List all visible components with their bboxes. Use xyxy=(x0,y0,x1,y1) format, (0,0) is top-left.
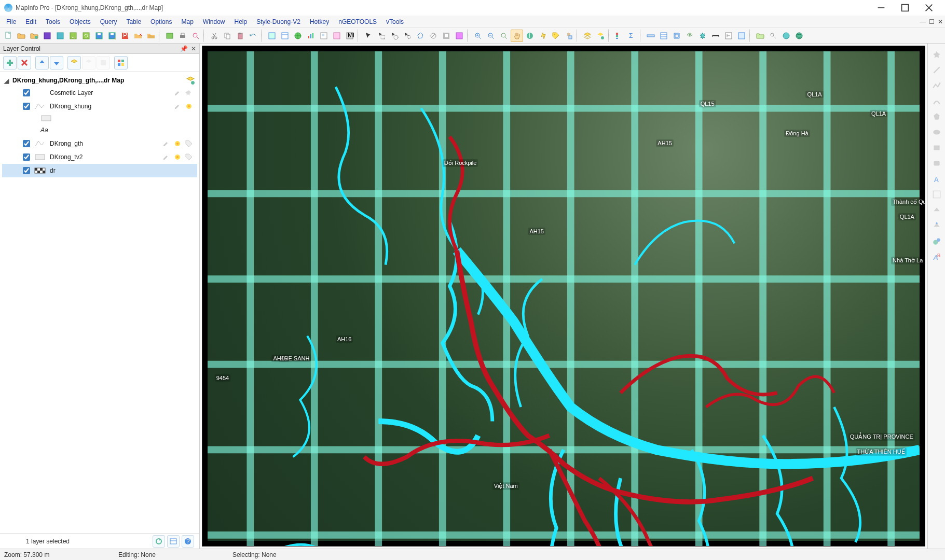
select-rect-icon[interactable] xyxy=(375,30,388,42)
layer-row-cosmetic[interactable]: Cosmetic Layer xyxy=(2,86,197,100)
add-layer-icon[interactable] xyxy=(3,56,17,69)
layer-visible-checkbox[interactable] xyxy=(23,103,30,110)
cut-icon[interactable] xyxy=(208,30,221,42)
menu-query[interactable]: Query xyxy=(96,17,121,26)
close-button[interactable] xyxy=(917,0,941,16)
window-globe-icon[interactable] xyxy=(292,30,304,42)
layer-editable-icon[interactable] xyxy=(162,139,170,148)
menu-options[interactable]: Options xyxy=(146,17,176,26)
map-canvas[interactable]: Đồi RockpileĐông HàThành cố QuNhà Thờ La… xyxy=(202,46,925,547)
window-mapbasic-icon[interactable]: MB xyxy=(344,30,356,42)
layer-visible-checkbox[interactable] xyxy=(23,140,30,147)
layer-row-gth[interactable]: DKrong_gth xyxy=(2,137,197,150)
menu-file[interactable]: File xyxy=(2,17,20,26)
mdi-max-icon[interactable]: ☐ xyxy=(929,18,935,25)
menu-window[interactable]: Window xyxy=(199,17,229,26)
layer-editable-icon[interactable] xyxy=(173,89,182,97)
open-univ-icon[interactable] xyxy=(67,30,79,42)
menu-map[interactable]: Map xyxy=(177,17,197,26)
status-editing[interactable]: Editing: None xyxy=(118,551,212,558)
menu-style-duong[interactable]: Style-Duong-V2 xyxy=(252,17,305,26)
save-workspace-icon[interactable] xyxy=(93,30,105,42)
menu-help[interactable]: Help xyxy=(230,17,252,26)
layer-tag-icon[interactable] xyxy=(185,153,193,161)
minimize-button[interactable] xyxy=(869,0,893,16)
rect-tool-icon[interactable] xyxy=(930,141,943,155)
ellipse-tool-icon[interactable] xyxy=(930,125,943,139)
layer-labels-icon[interactable] xyxy=(173,139,182,148)
select-poly-icon[interactable] xyxy=(401,30,414,42)
layer-options-icon[interactable] xyxy=(167,535,180,548)
legend-des-icon[interactable] xyxy=(735,30,748,42)
window-browser-icon[interactable] xyxy=(279,30,291,42)
line-tool-icon[interactable] xyxy=(930,63,943,77)
symstyle-tool-icon[interactable] xyxy=(930,234,943,248)
layer-style-icon[interactable] xyxy=(34,89,46,96)
find-sel-icon[interactable] xyxy=(189,30,202,42)
refresh-table-icon[interactable] xyxy=(80,30,92,42)
polyline-tool-icon[interactable] xyxy=(930,79,943,92)
legend-icon[interactable] xyxy=(613,30,625,42)
roundrect-tool-icon[interactable] xyxy=(930,157,943,170)
arc-tool-icon[interactable] xyxy=(930,94,943,108)
layer-style-icon[interactable] xyxy=(34,103,46,110)
symbol-tool-icon[interactable] xyxy=(930,48,943,61)
help-icon[interactable]: ? xyxy=(182,535,194,548)
export-pdf-icon[interactable]: PDF xyxy=(119,30,131,42)
clip-on-icon[interactable] xyxy=(683,30,696,42)
maximize-button[interactable] xyxy=(893,0,917,16)
label-props-icon[interactable] xyxy=(82,56,95,69)
clip-region-icon[interactable] xyxy=(670,30,683,42)
map-node-icon[interactable] xyxy=(186,76,195,85)
adorn-icon[interactable] xyxy=(696,30,709,42)
menu-vtools[interactable]: vTools xyxy=(382,17,408,26)
layer-editable-icon[interactable] xyxy=(162,153,170,161)
zoom-view-icon[interactable] xyxy=(498,30,510,42)
layer-visible-checkbox[interactable] xyxy=(23,89,30,96)
textstyle-tool-icon[interactable]: Aa xyxy=(930,250,943,263)
remove-layer-icon[interactable] xyxy=(18,56,31,69)
open-dbms-icon[interactable] xyxy=(41,30,53,42)
northarrow-icon[interactable] xyxy=(722,30,735,42)
move-up-icon[interactable] xyxy=(35,56,49,69)
layer-labels-icon[interactable] xyxy=(185,102,193,110)
mdi-min-icon[interactable]: — xyxy=(920,18,926,25)
layer-style-icon[interactable] xyxy=(34,140,46,147)
ngeo-open-icon[interactable] xyxy=(754,30,766,42)
print-icon[interactable] xyxy=(176,30,189,42)
layer-editable-icon[interactable] xyxy=(173,102,182,110)
menu-tools[interactable]: Tools xyxy=(42,17,64,26)
refresh-layers-icon[interactable] xyxy=(153,535,165,548)
unselect-icon[interactable] xyxy=(427,30,440,42)
paste-icon[interactable] xyxy=(234,30,246,42)
layer-label-style[interactable]: Aa xyxy=(2,123,197,137)
layer-visible-checkbox[interactable] xyxy=(23,153,30,161)
layer-row-tv2[interactable]: DKrong_tv2 xyxy=(2,150,197,164)
addnode-tool-icon[interactable] xyxy=(930,219,943,232)
ngeo-earth-icon[interactable] xyxy=(793,30,805,42)
text-tool-icon[interactable]: A xyxy=(930,172,943,186)
copy-icon[interactable] xyxy=(221,30,234,42)
graph-sel-icon[interactable] xyxy=(453,30,465,42)
layer-ctrl-icon[interactable] xyxy=(581,30,594,42)
menu-table[interactable]: Table xyxy=(122,17,145,26)
polygon-tool-icon[interactable] xyxy=(930,110,943,123)
window-redistrict-icon[interactable] xyxy=(331,30,343,42)
window-map-icon[interactable] xyxy=(266,30,278,42)
scalebar-icon[interactable] xyxy=(709,30,722,42)
open-file-icon[interactable] xyxy=(15,30,28,42)
layer-row-khung[interactable]: DKrong_khung xyxy=(2,100,197,113)
mdi-close-icon[interactable]: ✕ xyxy=(938,18,943,25)
status-zoom[interactable]: Zoom: 57.300 m xyxy=(4,551,98,558)
ngeo-key-icon[interactable] xyxy=(767,30,779,42)
open-dbms2-icon[interactable] xyxy=(54,30,66,42)
select-boundary-icon[interactable] xyxy=(414,30,427,42)
zoom-out-icon[interactable] xyxy=(485,30,497,42)
table-list-icon[interactable] xyxy=(658,30,670,42)
window-chart-icon[interactable] xyxy=(305,30,317,42)
invert-sel-icon[interactable] xyxy=(440,30,453,42)
pin-icon[interactable]: 📌 xyxy=(180,45,188,52)
map-node[interactable]: ◢ DKrong_khung,DKrong_gth,...,dr Map xyxy=(2,75,197,86)
layer-labels-icon[interactable] xyxy=(173,153,182,161)
open-wor-icon[interactable] xyxy=(163,30,176,42)
